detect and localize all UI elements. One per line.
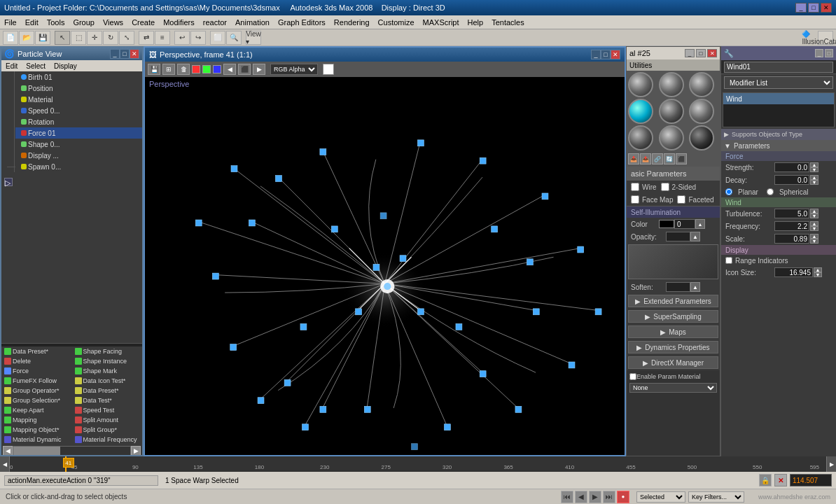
- basic-params-title[interactable]: asic Parameters: [627, 167, 720, 181]
- scroll-right-btn[interactable]: ▶: [131, 446, 141, 455]
- scroll-left-btn[interactable]: ◀: [3, 446, 13, 455]
- op-mapping-obj[interactable]: Mapping Object*: [1, 425, 72, 435]
- mat-btn-1[interactable]: 📥: [628, 153, 639, 164]
- scroll-track-h[interactable]: [13, 446, 131, 455]
- op-group-op[interactable]: Group Operator*: [1, 386, 72, 396]
- vp-stop-btn[interactable]: ⬛: [238, 64, 251, 75]
- red-channel-btn[interactable]: [192, 65, 200, 74]
- frame-value-input[interactable]: [790, 474, 832, 486]
- rotate-btn[interactable]: ↻: [103, 31, 118, 45]
- mat-ball-3[interactable]: [628, 99, 653, 124]
- maps-btn[interactable]: ▶ Maps: [628, 326, 718, 338]
- color-swatch[interactable]: [659, 220, 674, 228]
- turbulence-up-btn[interactable]: ▲: [810, 209, 818, 214]
- minimize-button[interactable]: _: [795, 3, 807, 13]
- scale-down-btn[interactable]: ▼: [810, 239, 818, 244]
- blue-channel-btn[interactable]: [213, 65, 221, 74]
- op-shape-facing[interactable]: Shape Facing: [72, 346, 143, 356]
- scroll-thumb-h[interactable]: [13, 447, 60, 455]
- parameters-section-title[interactable]: ▼ Parameters: [721, 140, 836, 151]
- op-mat-dynamic[interactable]: Material Dynamic: [1, 435, 72, 444]
- enable-param-checkbox[interactable]: [629, 373, 636, 380]
- tree-item-birth[interactable]: Birth 01: [15, 71, 142, 83]
- new-scene-btn[interactable]: 📄: [3, 31, 18, 45]
- align-btn[interactable]: ≡: [155, 31, 170, 45]
- opacity-input[interactable]: [666, 232, 690, 241]
- op-group-sel[interactable]: Group Selection*: [1, 396, 72, 405]
- menu-graph-editors[interactable]: Graph Editors: [274, 17, 330, 28]
- two-sided-checkbox[interactable]: [661, 183, 669, 191]
- mat-maximize-btn[interactable]: □: [696, 49, 706, 57]
- vp-minimize-btn[interactable]: _: [591, 50, 601, 59]
- pv-menu-display[interactable]: Display: [50, 62, 81, 70]
- timeline-track-area[interactable]: 0 45 90 135 180 230 275 320 365 410 455 …: [10, 456, 826, 472]
- vp-forward-btn[interactable]: ▶: [253, 64, 265, 75]
- menu-group[interactable]: Group: [69, 17, 99, 28]
- menu-maxscript[interactable]: MAXScript: [419, 17, 464, 28]
- modifier-list-dropdown[interactable]: Modifier List: [724, 76, 833, 89]
- select-region-btn[interactable]: ⬚: [71, 31, 86, 45]
- range-indicators-checkbox[interactable]: [725, 257, 732, 264]
- undo-btn[interactable]: ↩: [174, 31, 190, 45]
- menu-customize[interactable]: Customize: [374, 17, 419, 28]
- mod-panel-minimize[interactable]: _: [815, 49, 823, 57]
- mat-close-btn[interactable]: ✕: [707, 49, 717, 57]
- op-delete[interactable]: Delete: [1, 356, 72, 366]
- strength-up-btn[interactable]: ▲: [810, 162, 818, 167]
- menu-reactor[interactable]: reactor: [199, 17, 231, 28]
- illusion-catalyst-btn[interactable]: 🔷 IllusionCatalyst: [818, 31, 833, 45]
- mat-btn-2[interactable]: 📤: [640, 153, 651, 164]
- x-indicator[interactable]: ✕: [774, 474, 787, 486]
- tree-item-shape[interactable]: Shape 0...: [15, 139, 142, 150]
- rgb-alpha-dropdown[interactable]: RGB Alpha: [270, 64, 318, 75]
- faceted-checkbox[interactable]: [677, 195, 685, 204]
- render-type-dropdown[interactable]: View ▾: [246, 31, 261, 45]
- frequency-input[interactable]: [774, 221, 809, 231]
- mat-ball-2[interactable]: [689, 72, 714, 97]
- scale-btn[interactable]: ⤡: [119, 31, 134, 45]
- turbulence-down-btn[interactable]: ▼: [810, 214, 818, 218]
- directx-btn[interactable]: ▶ DirectX Manager: [628, 356, 718, 369]
- op-split-group[interactable]: Split Group*: [72, 425, 143, 435]
- spherical-radio[interactable]: [767, 188, 774, 195]
- particle-maximize-btn[interactable]: □: [120, 49, 130, 59]
- soften-input[interactable]: [666, 282, 690, 292]
- menu-modifiers[interactable]: Modifiers: [159, 17, 199, 28]
- mat-ball-7[interactable]: [659, 125, 684, 150]
- vp-maximize-btn[interactable]: □: [601, 50, 611, 59]
- mat-minimize-btn[interactable]: _: [685, 49, 695, 57]
- pv-menu-edit[interactable]: Edit: [1, 62, 22, 70]
- decay-down-btn[interactable]: ▼: [810, 180, 818, 185]
- mat-ball-4[interactable]: [659, 99, 684, 124]
- wire-checkbox[interactable]: [631, 183, 639, 191]
- frequency-down-btn[interactable]: ▼: [810, 226, 818, 231]
- turbulence-input[interactable]: [774, 209, 809, 218]
- tree-item-display[interactable]: Display ...: [15, 150, 142, 161]
- menu-help[interactable]: Help: [464, 17, 488, 28]
- soften-spin[interactable]: ▲: [690, 282, 700, 292]
- scale-up-btn[interactable]: ▲: [810, 234, 818, 239]
- white-box-btn[interactable]: [323, 64, 334, 75]
- icon-size-input[interactable]: [774, 267, 813, 277]
- color-spin-up[interactable]: ▲: [695, 219, 705, 229]
- menu-tools[interactable]: Tools: [43, 17, 69, 28]
- mod-panel-maximize[interactable]: □: [825, 49, 833, 57]
- none-dropdown[interactable]: None: [629, 383, 717, 393]
- mat-ball-1[interactable]: [659, 72, 684, 97]
- extended-params-btn[interactable]: ▶ Extended Parameters: [628, 295, 718, 307]
- tree-item-position[interactable]: Position: [15, 83, 142, 94]
- redo-btn[interactable]: ↪: [190, 31, 206, 45]
- end-btn[interactable]: ⏭: [603, 491, 615, 503]
- vp-channels-btn[interactable]: ⊞: [162, 64, 175, 75]
- close-button[interactable]: ✕: [821, 3, 832, 13]
- open-btn[interactable]: 📂: [19, 31, 34, 45]
- menu-rendering[interactable]: Rendering: [330, 17, 374, 28]
- face-map-checkbox[interactable]: [631, 195, 639, 204]
- key-filters-dropdown[interactable]: Key Filters...: [688, 491, 744, 503]
- mat-btn-checker[interactable]: ⬛: [676, 153, 687, 164]
- menu-animation[interactable]: Animation: [231, 17, 274, 28]
- mat-btn-3[interactable]: 🔗: [652, 153, 663, 164]
- particle-close-btn[interactable]: ✕: [130, 49, 139, 59]
- icon-size-down-btn[interactable]: ▼: [814, 272, 822, 277]
- op-data-preset[interactable]: Data Preset*: [1, 346, 72, 356]
